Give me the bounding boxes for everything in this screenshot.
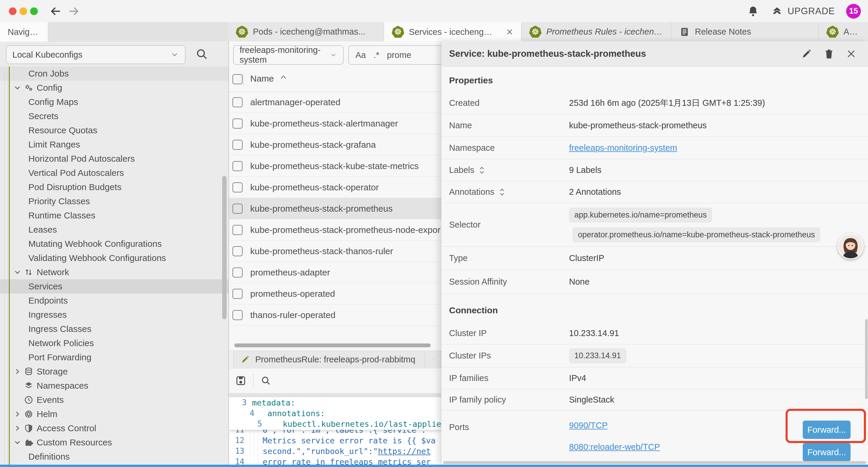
tab-pods[interactable]: ☸ Pods - icecheng@mathmas... xyxy=(228,22,384,41)
table-row[interactable]: kube-prometheus-stack-prometheus-node-ex… xyxy=(229,219,441,241)
sidebar-item[interactable]: Priority Classes xyxy=(0,194,228,208)
sidebar-item[interactable]: Events xyxy=(0,393,228,407)
port-link[interactable]: 8080:reloader-web/TCP xyxy=(569,442,803,452)
table-row[interactable]: kube-prometheus-stack-prometheus xyxy=(229,198,441,219)
table-row[interactable]: kube-prometheus-stack-thanos-ruler xyxy=(229,241,441,262)
chevron-down-icon[interactable] xyxy=(13,438,24,447)
sidebar-item[interactable]: Vertical Pod Autoscalers xyxy=(0,166,228,180)
name-column-header[interactable]: Name ^ xyxy=(250,74,285,84)
sidebar-item[interactable]: Helm xyxy=(0,407,228,421)
filter-input[interactable]: Aa .* prome xyxy=(348,45,441,65)
row-checkbox[interactable] xyxy=(232,204,243,214)
delete-icon[interactable] xyxy=(824,48,835,59)
row-checkbox[interactable] xyxy=(232,225,243,235)
sidebar-item[interactable]: Secrets xyxy=(0,109,228,123)
editor-tab-prometheusrule[interactable]: PrometheusRule: freeleaps-prod-rabbitmq xyxy=(233,351,425,368)
tab-services[interactable]: ☸ Services - icecheng@math... xyxy=(384,22,522,42)
sidebar-item[interactable]: Runtime Classes xyxy=(0,208,228,223)
tab-prometheus-rules[interactable]: ☸ Prometheus Rules - icecheng... xyxy=(522,22,671,41)
sidebar-item[interactable]: Validating Webhook Configurations xyxy=(0,251,228,265)
expand-collapse-icon[interactable] xyxy=(478,166,486,175)
namespace-link[interactable]: freeleaps-monitoring-system xyxy=(569,143,677,153)
window-close-button[interactable] xyxy=(9,7,17,15)
match-case-toggle[interactable]: Aa xyxy=(355,50,366,60)
window-minimize-button[interactable] xyxy=(20,7,27,15)
sidebar-item[interactable]: Access Control xyxy=(0,421,228,435)
namespace-select[interactable]: freeleaps-monitoring-system xyxy=(233,45,344,65)
chevron-right-icon[interactable] xyxy=(13,367,24,376)
forward-button[interactable]: Forward... xyxy=(803,443,850,461)
notification-count-badge[interactable]: 15 xyxy=(846,4,861,19)
edit-icon[interactable] xyxy=(801,48,812,59)
port-link[interactable]: 9090/TCP xyxy=(569,420,803,430)
row-checkbox[interactable] xyxy=(232,310,243,320)
sidebar-item[interactable]: Port Forwarding xyxy=(0,350,228,364)
sidebar-scrollbar[interactable] xyxy=(222,176,226,319)
sidebar-item[interactable]: Storage xyxy=(0,364,228,379)
detail-horizontal-scrollbar[interactable] xyxy=(443,461,866,464)
editor-tab-partial[interactable] xyxy=(425,351,441,368)
row-checkbox[interactable] xyxy=(232,119,243,128)
tab-release-notes[interactable]: Release Notes xyxy=(671,22,819,41)
sidebar-item[interactable]: Ingress Classes xyxy=(0,322,228,336)
code-link[interactable]: https://net xyxy=(378,447,431,456)
table-row[interactable]: kube-prometheus-stack-operator xyxy=(229,177,441,198)
detail-vertical-scrollbar[interactable] xyxy=(865,319,868,399)
editor-search-icon[interactable] xyxy=(257,372,275,389)
sidebar-item[interactable]: Services xyxy=(0,279,228,293)
sidebar-item[interactable]: Ingresses xyxy=(0,308,228,322)
sidebar-item[interactable]: Custom Resources xyxy=(0,435,228,449)
row-checkbox[interactable] xyxy=(232,289,243,299)
table-row[interactable]: prometheus-operated xyxy=(229,283,441,304)
select-all-checkbox[interactable] xyxy=(232,74,243,84)
close-tab-icon[interactable] xyxy=(506,28,514,36)
row-checkbox[interactable] xyxy=(232,182,243,193)
tab-argo[interactable]: ☸ Argo Se xyxy=(819,22,868,41)
table-row[interactable]: kube-prometheus-stack-grafana xyxy=(229,134,441,155)
sidebar-item[interactable]: Definitions xyxy=(0,449,228,464)
sidebar-item[interactable]: Config Maps xyxy=(0,95,228,109)
panel-divider[interactable] xyxy=(228,41,229,465)
table-row[interactable]: kube-prometheus-stack-kube-state-metrics xyxy=(229,155,441,177)
chevron-right-icon[interactable] xyxy=(13,410,24,418)
back-button[interactable] xyxy=(49,4,63,18)
avatar[interactable] xyxy=(838,233,864,259)
sidebar-item[interactable]: Network xyxy=(0,265,228,279)
regex-toggle[interactable]: .* xyxy=(373,50,379,60)
window-zoom-button[interactable] xyxy=(30,7,38,15)
sidebar-item[interactable]: Limit Ranges xyxy=(0,138,228,152)
close-icon[interactable] xyxy=(846,49,857,59)
upgrade-button[interactable]: UPGRADE xyxy=(771,5,835,17)
sidebar-item[interactable]: Namespaces xyxy=(0,379,228,393)
table-row[interactable]: prometheus-adapter xyxy=(229,262,441,283)
row-checkbox[interactable] xyxy=(232,97,243,107)
sidebar-item[interactable]: Leases xyxy=(0,223,228,237)
row-checkbox[interactable] xyxy=(232,267,243,278)
sidebar-item[interactable]: Config xyxy=(0,81,228,95)
table-row[interactable]: kube-prometheus-stack-alertmanager xyxy=(229,113,441,134)
row-checkbox[interactable] xyxy=(232,161,243,171)
tab-navigator[interactable]: Navigator xyxy=(0,22,48,42)
table-row[interactable]: alertmanager-operated xyxy=(229,92,441,113)
sidebar-item[interactable]: Mutating Webhook Configurations xyxy=(0,237,228,251)
chevron-right-icon[interactable] xyxy=(13,424,24,433)
horizontal-scrollbar[interactable] xyxy=(234,344,431,347)
sidebar-item[interactable]: Cron Jobs xyxy=(0,66,228,81)
yaml-editor[interactable]: 11 0","for":"1m","labels":{"service":" 1… xyxy=(229,397,441,465)
sidebar-item[interactable]: Horizontal Pod Autoscalers xyxy=(0,152,228,166)
row-checkbox[interactable] xyxy=(232,246,243,256)
chevron-down-icon[interactable] xyxy=(13,83,24,92)
table-row[interactable]: thanos-ruler-operated xyxy=(229,304,441,326)
row-checkbox[interactable] xyxy=(232,140,243,150)
expand-collapse-icon[interactable] xyxy=(498,188,505,197)
save-icon[interactable] xyxy=(232,372,250,389)
sidebar-item[interactable]: Endpoints xyxy=(0,293,228,308)
sidebar-item[interactable]: Resource Quotas xyxy=(0,123,228,138)
forward-button[interactable] xyxy=(66,4,81,18)
chevron-down-icon[interactable] xyxy=(13,268,24,276)
sidebar-item[interactable]: Pod Disruption Budgets xyxy=(0,180,228,194)
search-icon[interactable] xyxy=(195,47,209,61)
sidebar-item[interactable]: Network Policies xyxy=(0,336,228,350)
bell-icon[interactable] xyxy=(747,5,759,18)
kubeconfig-select[interactable]: Local Kubeconfigs xyxy=(6,45,186,64)
